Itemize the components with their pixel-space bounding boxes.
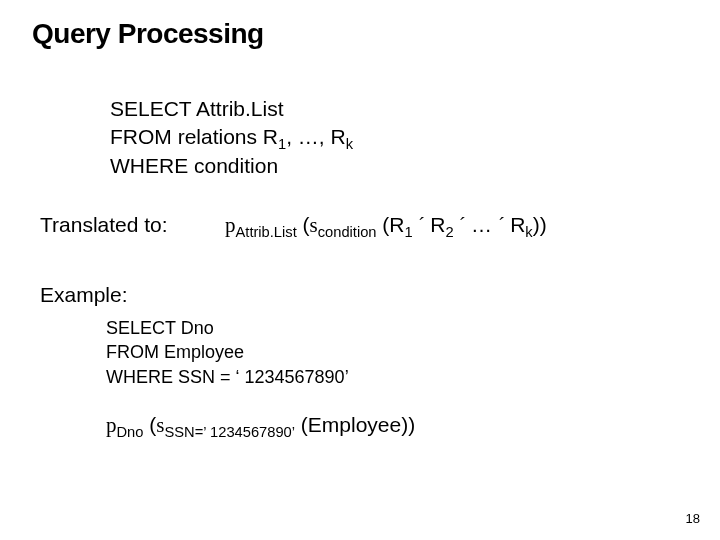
slide: Query Processing SELECT Attrib.List FROM…	[0, 0, 720, 540]
example-sql-block: SELECT Dno FROM Employee WHERE SSN = ‘ 1…	[106, 316, 349, 389]
example-label: Example:	[40, 283, 128, 307]
translation-formula: pAttrib.List (scondition (R1 ´ R2 ´ … ´ …	[225, 213, 547, 238]
rk: R	[510, 213, 525, 236]
translated-label: Translated to:	[40, 213, 168, 237]
generic-sql-block: SELECT Attrib.List FROM relations R1, …,…	[110, 95, 353, 180]
example-sql-line-2: FROM Employee	[106, 340, 349, 364]
sql-line-2-sub1: 1	[278, 137, 286, 153]
open-paren-2: (R	[377, 213, 405, 236]
sql-line-2-prefix: FROM relations R	[110, 125, 278, 148]
sql-line-2: FROM relations R1, …, Rk	[110, 123, 353, 151]
open-paren-3: (	[143, 413, 156, 436]
r2-sub: 2	[445, 224, 453, 240]
close-parens: ))	[533, 213, 547, 236]
pi-symbol-2: p	[106, 413, 117, 437]
pi-subscript-2: Dno	[117, 424, 144, 440]
sigma-subscript: condition	[318, 224, 377, 240]
pi-symbol: p	[225, 213, 236, 237]
sql-line-2-sub2: k	[346, 137, 353, 153]
rk-sub: k	[525, 224, 532, 240]
sql-line-2-mid: , …, R	[286, 125, 346, 148]
cross-2: ´	[454, 213, 472, 237]
sql-line-3: WHERE condition	[110, 152, 353, 180]
r1-sub: 1	[405, 224, 413, 240]
sigma-symbol: s	[310, 213, 318, 237]
example-sql-line-1: SELECT Dno	[106, 316, 349, 340]
sigma-subscript-2: SSN=’ 1234567890’	[164, 424, 295, 440]
pi-subscript: Attrib.List	[236, 224, 297, 240]
cross-1: ´	[413, 213, 431, 237]
open-paren-1: (	[297, 213, 310, 236]
example-sql-line-3: WHERE SSN = ‘ 1234567890’	[106, 365, 349, 389]
slide-title: Query Processing	[32, 18, 264, 50]
example-formula: pDno (sSSN=’ 1234567890’ (Employee))	[106, 413, 415, 438]
page-number: 18	[686, 511, 700, 526]
r2: R	[430, 213, 445, 236]
dots: …	[471, 213, 498, 236]
sql-line-1: SELECT Attrib.List	[110, 95, 353, 123]
rest-of-formula: (Employee))	[295, 413, 415, 436]
cross-3: ´	[498, 213, 510, 237]
